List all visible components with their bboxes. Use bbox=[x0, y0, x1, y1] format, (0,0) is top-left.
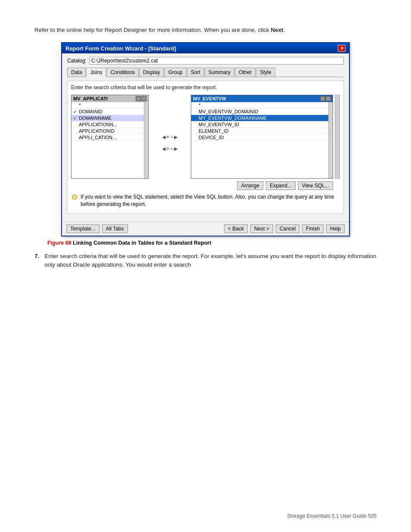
next-button[interactable]: Next > bbox=[250, 224, 273, 233]
tab-summary[interactable]: Summary bbox=[205, 68, 234, 77]
right-table-inner: * MV_EVENTVW_DOMAINID MY_EVENTVW_DOMAINN… bbox=[191, 102, 333, 178]
row-label: MY_EVENTVW_DOMAINNAME bbox=[199, 115, 267, 121]
row-check: ✓ bbox=[73, 109, 78, 114]
join-equals-2: = − bbox=[166, 146, 173, 151]
intro-bold: Next bbox=[271, 27, 283, 33]
left-table-title: MV_APPLICATI bbox=[73, 96, 108, 101]
area-scrollbar[interactable] bbox=[335, 95, 340, 179]
row-check: ✓ bbox=[73, 116, 78, 121]
all-tabs-button[interactable]: All Tabs bbox=[102, 224, 128, 233]
tab-joins[interactable]: Joins bbox=[86, 68, 106, 77]
dialog-footer: Template... All Tabs < Back Next > Cance… bbox=[62, 221, 349, 236]
right-table-btns: − □ bbox=[320, 96, 331, 101]
table-row: * bbox=[72, 102, 144, 109]
tab-other[interactable]: Other bbox=[235, 68, 255, 77]
tab-content: Enter the search criteria that will be u… bbox=[67, 81, 344, 214]
right-table-minimize-btn[interactable]: − bbox=[320, 96, 325, 101]
row-label: MV_EVENTVW_ID bbox=[199, 122, 239, 127]
arrange-button[interactable]: Arrange bbox=[237, 181, 263, 190]
step-7: 7. Enter search criteria that will be us… bbox=[34, 252, 377, 270]
table-row: DEVICE_ID bbox=[191, 134, 328, 141]
row-label: APPLICATIONN... bbox=[79, 122, 117, 127]
intro-paragraph: Refer to the online help for Report Desi… bbox=[34, 26, 377, 34]
row-label: DEVICE_ID bbox=[199, 135, 224, 140]
left-table-minimize-btn[interactable]: − bbox=[136, 96, 141, 101]
close-button[interactable]: ✕ bbox=[338, 45, 346, 52]
dialog-body: Catalog: Data Joins Conditions Display G… bbox=[62, 53, 349, 221]
catalog-row: Catalog: bbox=[67, 57, 344, 65]
left-table-header: MV_APPLICATI − □ bbox=[72, 95, 148, 102]
expand-button[interactable]: Expand... bbox=[266, 181, 296, 190]
info-text: If you want to view the SQL statement, s… bbox=[81, 193, 340, 208]
intro-period: . bbox=[283, 27, 285, 33]
join-connectors: ◀ = − ▶ ◀ = − ▶ bbox=[150, 95, 189, 179]
right-table-rows: * MV_EVENTVW_DOMAINID MY_EVENTVW_DOMAINN… bbox=[191, 102, 328, 178]
step-number: 7. bbox=[34, 252, 39, 270]
catalog-input[interactable] bbox=[89, 57, 344, 65]
tab-display[interactable]: Display bbox=[139, 68, 164, 77]
dialog-titlebar: Report Form Creation Wizard - [Standard]… bbox=[62, 43, 349, 53]
tab-description: Enter the search criteria that will be u… bbox=[71, 84, 340, 90]
left-table-inner: * ✓ DOMAINID ✓ DOMAINNAME bbox=[72, 102, 148, 178]
tabs-row: Data Joins Conditions Display Group Sort… bbox=[67, 67, 344, 77]
row-label: ELEMENT_ID bbox=[199, 128, 228, 134]
table-row: APPLICATIONID bbox=[72, 128, 144, 134]
tab-sort[interactable]: Sort bbox=[187, 68, 204, 77]
tab-conditions[interactable]: Conditions bbox=[106, 68, 139, 77]
left-table-scrollbar[interactable] bbox=[144, 102, 148, 178]
step-body: Enter search criteria that will be used … bbox=[44, 252, 377, 270]
table-row[interactable]: MY_EVENTVW_DOMAINNAME bbox=[191, 115, 328, 121]
right-table-maximize-btn[interactable]: □ bbox=[326, 96, 331, 101]
info-box: ⚙ If you want to view the SQL statement,… bbox=[71, 192, 340, 210]
figure-caption: Figure 69 Linking Common Data in Tables … bbox=[47, 240, 377, 246]
row-label: APPLI_CATION... bbox=[79, 135, 116, 140]
table-row: APPLICATIONN... bbox=[72, 121, 144, 128]
tab-style[interactable]: Style bbox=[256, 68, 275, 77]
info-icon: ⚙ bbox=[71, 193, 78, 202]
right-table: MV_EVENTVW − □ * bbox=[191, 95, 333, 179]
row-label: * bbox=[199, 103, 200, 108]
table-row[interactable]: ✓ DOMAINID bbox=[72, 109, 144, 115]
join-connector-1: ◀ = − ▶ bbox=[150, 134, 189, 140]
cancel-button[interactable]: Cancel bbox=[276, 224, 299, 233]
join-arrow-left-2: ◀ bbox=[162, 146, 165, 152]
join-connector-2: ◀ = − ▶ bbox=[150, 146, 189, 152]
row-label: * bbox=[79, 103, 81, 108]
catalog-label: Catalog: bbox=[67, 58, 87, 64]
right-table-scrollbar[interactable] bbox=[328, 102, 333, 178]
tab-bottom-buttons: Arrange Expand... View SQL... bbox=[71, 181, 340, 190]
row-label: MV_EVENTVW_DOMAINID bbox=[199, 109, 258, 114]
tab-data[interactable]: Data bbox=[67, 68, 86, 77]
join-arrow-right: ▶ bbox=[174, 134, 177, 140]
dialog-title: Report Form Creation Wizard - [Standard] bbox=[65, 45, 176, 52]
tables-container: MV_APPLICATI − □ * bbox=[71, 95, 340, 179]
view-sql-button[interactable]: View SQL... bbox=[298, 181, 333, 190]
row-label: DOMAINID bbox=[79, 109, 103, 114]
figure-label: Figure 69 bbox=[47, 240, 72, 246]
row-label: DOMAINNAME bbox=[79, 115, 112, 121]
dialog-window: Report Form Creation Wizard - [Standard]… bbox=[61, 42, 350, 236]
page-footer: Storage Essentials 5.1 User Guide 505 bbox=[287, 513, 377, 519]
right-table-header: MV_EVENTVW − □ bbox=[191, 95, 333, 102]
tab-group[interactable]: Group bbox=[164, 68, 186, 77]
finish-button[interactable]: Finish bbox=[302, 224, 324, 233]
join-arrow-left: ◀ bbox=[162, 134, 165, 140]
intro-text: Refer to the online help for Report Desi… bbox=[34, 27, 271, 33]
table-row: MV_EVENTVW_DOMAINID bbox=[191, 109, 328, 115]
back-button[interactable]: < Back bbox=[224, 224, 248, 233]
join-arrow-right-2: ▶ bbox=[174, 146, 177, 152]
right-table-title: MV_EVENTVW bbox=[193, 96, 226, 101]
row-label: APPLICATIONID bbox=[79, 128, 115, 134]
figure-caption-text: Linking Common Data in Tables for a Stan… bbox=[73, 240, 211, 246]
table-row: * bbox=[191, 102, 328, 109]
left-table-btns: − □ bbox=[136, 96, 146, 101]
table-row: MV_EVENTVW_ID bbox=[191, 121, 328, 128]
help-button[interactable]: Help bbox=[326, 224, 345, 233]
table-row: ELEMENT_ID bbox=[191, 128, 328, 134]
left-table-maximize-btn[interactable]: □ bbox=[141, 96, 146, 101]
table-row: APPLI_CATION... bbox=[72, 134, 144, 141]
template-button[interactable]: Template... bbox=[66, 224, 100, 233]
join-equals-1: = − bbox=[166, 134, 173, 140]
table-row[interactable]: ✓ DOMAINNAME bbox=[72, 115, 144, 121]
left-table: MV_APPLICATI − □ * bbox=[71, 95, 149, 179]
